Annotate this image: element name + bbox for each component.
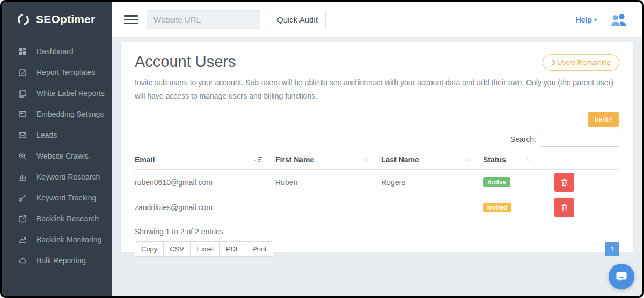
keyword-tracking-icon <box>18 193 27 202</box>
sidebar-item-backlink-research[interactable]: Backlink Research <box>2 208 112 229</box>
card-header: Account Users 3 Users Remaining <box>135 51 619 76</box>
cell-last-name: Rogers <box>381 170 483 195</box>
sort-asc-icon: ↓ <box>254 155 263 162</box>
help-menu[interactable]: Help ▾ <box>576 16 597 24</box>
report-templates-icon <box>18 68 27 77</box>
table-header-row: Email ↓ First Name ↑↓ Last Name <box>135 152 619 170</box>
users-remaining-badge: 3 Users Remaining <box>543 54 619 71</box>
sidebar-item-label: Bulk Reporting <box>36 256 86 265</box>
sidebar-item-label: Website Crawls <box>36 152 89 160</box>
print-button[interactable]: Print <box>246 241 273 257</box>
sidebar-item-embedding-settings[interactable]: Embedding Settings <box>2 103 112 124</box>
column-header-actions <box>544 152 619 170</box>
copy-button[interactable]: Copy <box>135 241 164 257</box>
sort-icon: ↑↓ <box>526 155 531 162</box>
cell-email: zandriluies@gmail.com <box>135 195 275 220</box>
website-url-input[interactable] <box>147 10 260 29</box>
sidebar-item-backlink-monitoring[interactable]: Backlink Monitoring <box>2 229 112 250</box>
sidebar-item-dashboard[interactable]: Dashboard <box>2 41 112 62</box>
embedding-settings-icon <box>18 110 27 118</box>
sidebar-item-website-crawls[interactable]: Website Crawls <box>2 145 112 166</box>
sidebar-item-leads[interactable]: Leads <box>2 124 112 145</box>
chevron-down-icon: ▾ <box>594 17 597 23</box>
search-input[interactable] <box>540 132 619 147</box>
sidebar-nav: Dashboard Report Templates White Label R… <box>2 36 112 271</box>
delete-user-button[interactable] <box>554 198 574 217</box>
cell-status: Active <box>483 170 544 195</box>
cell-last-name <box>381 195 483 220</box>
sidebar-item-label: White Label Reports <box>36 89 105 98</box>
bulk-reporting-icon <box>18 256 27 265</box>
column-label: Last Name <box>381 155 419 164</box>
seoptimer-logo[interactable]: SEOptimer <box>2 2 112 36</box>
app-window: SEOptimer Dashboard Report Templates <box>0 0 644 298</box>
sidebar-item-label: Keyword Tracking <box>36 193 96 202</box>
search-label: Search: <box>510 135 536 144</box>
brand-name: SEOptimer <box>36 13 95 26</box>
pagination-page-1[interactable]: 1 <box>605 242 619 256</box>
sidebar-item-keyword-tracking[interactable]: Keyword Tracking <box>2 187 112 208</box>
content-area: Account Users 3 Users Remaining Invite s… <box>112 38 642 296</box>
table-entries-summary: Showing 1 to 2 of 2 entries <box>135 227 619 236</box>
account-users-icon[interactable] <box>610 12 628 27</box>
sidebar-item-label: Report Templates <box>36 68 95 77</box>
status-badge: Invited <box>483 203 511 212</box>
menu-toggle-icon[interactable] <box>124 14 138 25</box>
sort-icon: ↑↓ <box>465 155 470 162</box>
invite-row: Invite <box>135 112 619 127</box>
chat-widget-button[interactable] <box>609 264 634 289</box>
quick-audit-button[interactable]: Quick Audit <box>269 10 326 29</box>
account-users-card: Account Users 3 Users Remaining Invite s… <box>121 42 633 252</box>
export-buttons: Copy CSV Excel PDF Print <box>135 241 273 257</box>
column-label: Email <box>135 155 155 164</box>
cell-first-name <box>275 195 381 220</box>
help-label: Help <box>576 16 592 24</box>
white-label-reports-icon <box>18 89 27 98</box>
sidebar: SEOptimer Dashboard Report Templates <box>2 2 112 296</box>
pdf-button[interactable]: PDF <box>219 241 246 257</box>
column-header-status[interactable]: Status ↑↓ <box>483 152 544 170</box>
column-header-first-name[interactable]: First Name ↑↓ <box>275 152 381 170</box>
column-header-email[interactable]: Email ↓ <box>135 152 275 170</box>
search-row: Search: <box>135 132 619 147</box>
cell-email: ruben0610@gmail.com <box>135 170 275 195</box>
sidebar-item-keyword-research[interactable]: Keyword Research <box>2 166 112 187</box>
chat-bubble-icon <box>615 270 628 283</box>
cell-first-name: Ruben <box>275 170 381 195</box>
seoptimer-gear-icon <box>16 12 31 27</box>
sidebar-item-report-templates[interactable]: Report Templates <box>2 62 112 83</box>
table-row: zandriluies@gmail.com Invited <box>135 195 619 220</box>
website-crawls-icon <box>18 152 27 160</box>
column-label: Status <box>483 155 506 164</box>
sidebar-item-bulk-reporting[interactable]: Bulk Reporting <box>2 250 112 271</box>
status-badge: Active <box>483 177 510 187</box>
backlink-research-icon <box>18 214 27 223</box>
column-header-last-name[interactable]: Last Name ↑↓ <box>381 152 483 170</box>
sidebar-item-label: Backlink Monitoring <box>36 235 101 244</box>
sidebar-item-label: Leads <box>36 131 57 139</box>
cell-status: Invited <box>483 195 544 220</box>
backlink-monitoring-icon <box>18 235 27 244</box>
page-title: Account Users <box>135 53 236 71</box>
column-label: First Name <box>275 155 314 164</box>
trash-icon <box>560 204 568 212</box>
trash-icon <box>560 178 568 187</box>
cell-actions <box>544 195 619 220</box>
excel-button[interactable]: Excel <box>190 241 220 257</box>
csv-button[interactable]: CSV <box>163 241 191 257</box>
leads-icon <box>18 131 27 139</box>
sidebar-item-label: Dashboard <box>36 47 74 56</box>
sort-icon: ↑↓ <box>363 155 368 162</box>
sidebar-item-label: Embedding Settings <box>36 110 104 118</box>
users-table: Email ↓ First Name ↑↓ Last Name <box>135 152 619 220</box>
table-row: ruben0610@gmail.com Ruben Rogers Active <box>135 170 619 195</box>
dashboard-icon <box>18 47 27 56</box>
sidebar-item-white-label-reports[interactable]: White Label Reports <box>2 83 112 103</box>
sidebar-item-label: Backlink Research <box>36 214 99 223</box>
delete-user-button[interactable] <box>554 173 574 192</box>
sidebar-item-label: Keyword Research <box>36 173 100 181</box>
main-column: Quick Audit Help ▾ <box>112 2 642 296</box>
invite-button[interactable]: Invite <box>588 112 619 127</box>
topbar-right: Help ▾ <box>576 12 628 27</box>
page-description: Invite sub-users to your account. Sub-us… <box>135 76 619 103</box>
